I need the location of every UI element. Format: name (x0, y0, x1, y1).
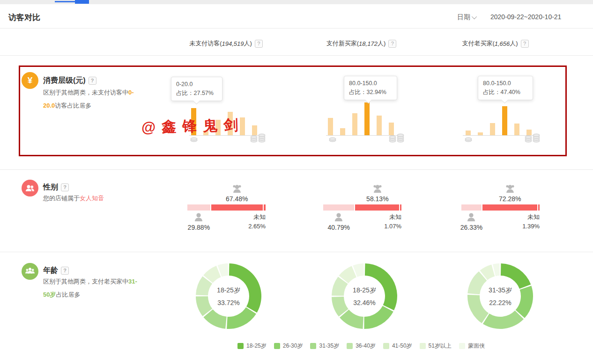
legend-item[interactable]: 26-30岁 (274, 342, 303, 350)
donut-segment-18-25岁[interactable] (501, 263, 531, 289)
female-percent: 72.28% (499, 195, 521, 203)
two-person-icon (24, 182, 36, 194)
donut-segment-36-40岁[interactable] (467, 295, 489, 323)
date-range-value[interactable]: 2020-09-22~2020-10-21 (490, 13, 561, 21)
tooltip-value: 占比：27.57% (176, 89, 217, 98)
tooltip-value: 占比：32.94% (349, 88, 392, 97)
help-icon[interactable]: ? (255, 40, 263, 48)
unknown-bar-segment[interactable] (400, 204, 401, 211)
coin-icon (329, 137, 336, 142)
desc-text: 占比居多 (56, 291, 80, 298)
bar-segment[interactable] (352, 113, 357, 135)
help-icon[interactable]: ? (521, 40, 529, 48)
gender-section-desc: 您的店铺属于女人知音 (43, 192, 165, 205)
visitor-compare-page: 访客对比 日期 2020-09-22~2020-10-21 未支付访客(194,… (0, 0, 593, 364)
donut-segment-18-25岁[interactable] (229, 263, 261, 313)
female-percent: 58.13% (366, 195, 388, 203)
legend-item[interactable]: 41-50岁 (383, 342, 412, 350)
legend-label: 36-40岁 (356, 342, 376, 350)
age-donut-chart (329, 261, 400, 331)
bar-segment[interactable] (502, 106, 507, 135)
column-count: 18,172 (359, 40, 378, 47)
coins-stack-icon (250, 135, 258, 143)
unknown-bar-segment[interactable] (538, 204, 540, 211)
legend-swatch (237, 343, 244, 349)
male-bar-segment[interactable] (461, 204, 482, 211)
desc-text: 您的店铺属于 (43, 195, 80, 202)
legend-label: 41-50岁 (392, 342, 412, 350)
donut-segment-18-25岁[interactable] (365, 263, 397, 310)
legend-item[interactable]: 51岁以上 (420, 342, 452, 350)
bar-segment[interactable] (364, 102, 370, 135)
gender-stacked-bar (461, 204, 540, 211)
legend-swatch (459, 343, 465, 349)
female-bar-segment[interactable] (482, 204, 537, 211)
tab-fragment (75, 0, 89, 4)
bar-segment[interactable] (514, 124, 519, 135)
bar-segment[interactable] (340, 128, 345, 135)
gender-badge (22, 180, 38, 197)
bar-segment[interactable] (389, 123, 394, 135)
help-icon[interactable]: ? (61, 267, 69, 275)
legend-label: 18-25岁 (246, 342, 267, 350)
legend-item[interactable]: 36-40岁 (347, 342, 376, 350)
desc-highlight: 女人知音 (80, 195, 104, 202)
coins-stack-icon (258, 133, 266, 143)
column-count: 194,519 (222, 40, 244, 47)
column-header-unpaid-visitors: 未支付访客(194,519人) ? (169, 39, 283, 48)
desc-text: 区别于其他两类，支付老买家中 (43, 278, 128, 285)
female-icon (504, 183, 516, 197)
section-divider (0, 252, 593, 252)
age-donut-chart (193, 261, 264, 331)
legend-label: 蒙面侠 (468, 342, 485, 350)
unknown-bar-segment[interactable] (264, 204, 266, 211)
legend-item[interactable]: 蒙面侠 (459, 342, 485, 350)
legend-item[interactable]: 31-35岁 (310, 342, 339, 350)
age-section-title-row: 年龄 ? (43, 266, 69, 276)
section-title: 性别 (43, 182, 58, 192)
age-donut-chart (465, 261, 535, 331)
help-icon[interactable]: ? (89, 77, 96, 85)
female-bar-segment[interactable] (211, 204, 263, 211)
help-icon[interactable]: ? (61, 183, 69, 191)
consumption-section-desc: 区别于其他两类，未支付访客中0-20.0访客占比居多 (43, 86, 142, 112)
help-icon[interactable]: ? (388, 40, 396, 48)
bar-segment[interactable] (328, 118, 333, 135)
bar-segment[interactable] (490, 123, 495, 135)
coins-stack-icon (397, 133, 404, 143)
column-label: 支付新买家( (326, 39, 359, 48)
age-donut-unpaid: 18-25岁 33.72% (193, 261, 264, 331)
coin-icon (190, 137, 198, 142)
bar-segment[interactable] (478, 132, 483, 135)
male-icon (333, 212, 344, 225)
unknown-label: 未知 (389, 213, 401, 221)
male-bar-segment[interactable] (187, 204, 210, 211)
chevron-down-icon (472, 14, 477, 19)
male-percent: 26.33% (460, 224, 482, 231)
male-bar-segment[interactable] (323, 204, 354, 211)
tooltip-chart2: 80.0-150.0 占比：32.94% (344, 76, 397, 100)
columns-divider (0, 55, 593, 56)
watermark-text: @鑫锋鬼剑 (141, 115, 244, 138)
donut-segment-31-35岁[interactable] (483, 311, 524, 329)
coins-stack-icon (533, 133, 540, 143)
donut-segment-26-30岁[interactable] (364, 306, 393, 329)
bar-segment[interactable] (466, 131, 471, 135)
desc-text: 区别于其他两类，未支付访客中 (43, 89, 128, 96)
age-badge (22, 263, 38, 280)
bar-segment[interactable] (252, 125, 257, 135)
legend-item[interactable]: 18-25岁 (237, 342, 267, 350)
column-count: 1,656 (495, 40, 510, 47)
date-filter-dropdown[interactable]: 日期 (457, 13, 477, 22)
legend-label: 26-30岁 (283, 342, 303, 350)
consumption-bar-chart-old (466, 98, 532, 135)
consumption-bar-chart-new (328, 98, 394, 135)
gender-chart-old: 72.28% 26.33% 未知 1.39% (461, 183, 540, 235)
female-icon (372, 183, 383, 197)
yuan-icon: ¥ (28, 75, 33, 86)
donut-segment-26-30岁[interactable] (516, 286, 533, 318)
unknown-label: 未知 (527, 213, 540, 221)
female-bar-segment[interactable] (355, 204, 399, 211)
donut-segment-26-30岁[interactable] (227, 307, 256, 329)
bar-segment[interactable] (377, 116, 382, 135)
